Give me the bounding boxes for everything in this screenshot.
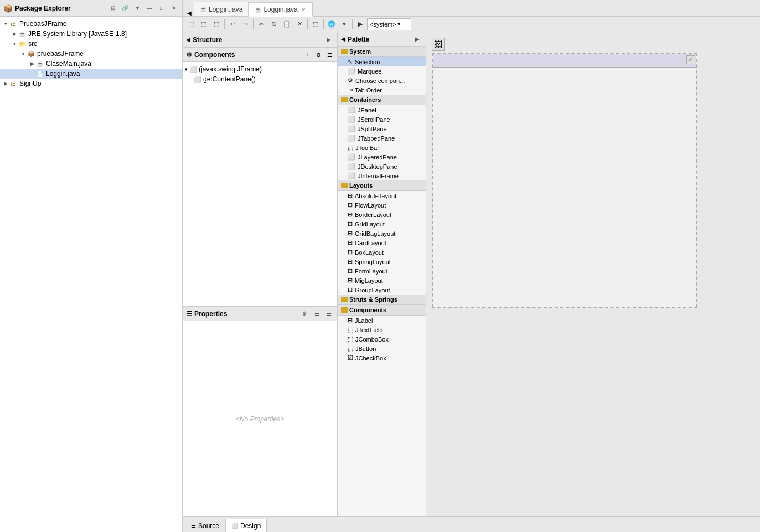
palette-cat-struts[interactable]: Struts & Springs <box>338 295 426 305</box>
tree-item-pruebasJFrame[interactable]: ▾ 🗂 PruebasJFrame <box>0 19 182 29</box>
structure-nav-right[interactable]: ▶ <box>324 35 334 45</box>
editor-tab-loggin2[interactable]: ☕ Loggin.java ✕ <box>249 2 312 17</box>
toolbar-btn-3[interactable]: ⬚ <box>210 18 223 30</box>
maximize-btn[interactable]: □ <box>157 3 167 13</box>
palette-label-jtabbedpane: JTabbedPane <box>358 135 395 142</box>
palette-item-jtoolbar[interactable]: ⬚ JToolBar <box>338 143 426 152</box>
palette-item-gridbag[interactable]: ⊞ GridBagLayout <box>338 229 426 238</box>
palette-item-jbutton[interactable]: ⬚ JButton <box>338 344 426 353</box>
palette-item-spring[interactable]: ⊞ SpringLayout <box>338 257 426 266</box>
properties-empty-text: <No Properties> <box>236 415 284 423</box>
palette-item-box[interactable]: ⊞ BoxLayout <box>338 247 426 257</box>
tree-item-package[interactable]: ▾ 📦 pruebasJFrame <box>0 49 182 59</box>
tree-item-signup[interactable]: ▶ 🗂 SignUp <box>0 79 182 89</box>
view-menu-btn[interactable]: ▾ <box>132 3 142 13</box>
canvas-resize-handle[interactable]: ⤢ <box>686 55 695 64</box>
properties-settings-btn[interactable]: ⚙ <box>299 309 309 319</box>
properties-btn2[interactable]: ☰ <box>312 309 322 319</box>
components-icon: ⚙ <box>186 51 192 59</box>
close-btn[interactable]: ✕ <box>169 3 179 13</box>
palette-item-jlabel[interactable]: ⊞ JLabel <box>338 316 426 325</box>
palette-cat-components[interactable]: Components <box>338 305 426 316</box>
palette-item-choose[interactable]: ⚙ Choose compon... <box>338 76 426 85</box>
palette-label-jscrollpane: JScrollPane <box>358 116 390 123</box>
struct-item-getContentPane[interactable]: ⬜ getContentPane() <box>185 74 335 84</box>
toolbar-btn-paste[interactable]: 📋 <box>281 18 293 30</box>
canvas-frame[interactable]: ⤢ <box>432 53 697 308</box>
toolbar-system-dropdown[interactable]: <system> ▾ <box>367 18 411 30</box>
palette-nav-left[interactable]: ◀ <box>341 36 345 42</box>
gridbag-icon: ⊞ <box>348 230 353 237</box>
toolbar-btn-1[interactable]: ⬚ <box>185 18 197 30</box>
package-explorer-tree: ▾ 🗂 PruebasJFrame ▶ ☕ JRE System Library… <box>0 17 182 532</box>
components-settings-btn[interactable]: ⚙ <box>314 50 323 59</box>
nav-arrow-left[interactable]: ◀ <box>185 10 194 16</box>
minimize-btn[interactable]: — <box>144 3 154 13</box>
package-icon-tree: 📦 <box>27 49 35 58</box>
tab-close-btn[interactable]: ✕ <box>300 6 307 13</box>
cat-label-struts: Struts & Springs <box>349 296 397 303</box>
palette-item-flow[interactable]: ⊞ FlowLayout <box>338 200 426 210</box>
toolbar-btn-run[interactable]: ▶ <box>354 18 366 30</box>
toolbar-btn-5[interactable]: ⬚ <box>309 18 322 30</box>
palette-cat-system[interactable]: System <box>338 47 426 57</box>
arrow-package: ▾ <box>20 50 27 57</box>
palette-item-border[interactable]: ⊞ BorderLayout <box>338 210 426 219</box>
palette-item-jtextfield[interactable]: ⬚ JTextField <box>338 325 426 334</box>
toolbar-redo[interactable]: ↪ <box>239 18 251 30</box>
collapse-all-btn[interactable]: ⊟ <box>108 3 118 13</box>
palette-item-absolute[interactable]: ⊞ Absolute layout <box>338 191 426 200</box>
palette-item-jcombobox[interactable]: ⬚ JComboBox <box>338 334 426 344</box>
toolbar-dropdown-arrow[interactable]: ▾ <box>338 18 350 30</box>
tab-source[interactable]: ☰ Source <box>185 519 225 532</box>
absolute-icon: ⊞ <box>348 192 353 199</box>
palette-item-mig[interactable]: ⊞ MigLayout <box>338 276 426 285</box>
palette-item-jscrollpane[interactable]: ⬜ JScrollPane <box>338 115 426 124</box>
tab-design[interactable]: ⬜ Design <box>225 519 267 532</box>
palette-item-jpanel[interactable]: ⬜ JPanel <box>338 105 426 115</box>
tree-item-src[interactable]: ▾ 📁 src <box>0 39 182 49</box>
components-expand-btn[interactable]: + <box>303 50 312 59</box>
canvas-area[interactable]: 🖼 ⤢ <box>426 32 760 516</box>
palette-item-jtabbedpane[interactable]: ⬜ JTabbedPane <box>338 133 426 143</box>
tree-item-jre[interactable]: ▶ ☕ JRE System Library [JavaSE-1.8] <box>0 29 182 39</box>
toolbar-undo[interactable]: ↩ <box>226 18 239 30</box>
link-editor-btn[interactable]: 🔗 <box>120 3 130 13</box>
tree-item-claseMain[interactable]: ▶ ☕ ClaseMain.java <box>0 59 182 69</box>
palette-item-selection[interactable]: ↖ Selection <box>338 57 426 66</box>
struct-item-jframe[interactable]: ▾ ⬜ (javax.swing.JFrame) <box>185 64 335 74</box>
tab-design-label: Design <box>240 522 261 530</box>
components-header: ⚙ Components + ⚙ ☰ <box>183 48 337 62</box>
palette-item-jlayeredpane[interactable]: ⬜ JLayeredPane <box>338 152 426 162</box>
editor-body: ◀ Structure ▶ ⚙ Components + ⚙ ☰ <box>183 32 760 516</box>
tree-item-loggin[interactable]: ▶ 📄 Loggin.java <box>0 69 182 79</box>
structure-nav-left[interactable]: ◀ <box>186 37 190 43</box>
components-menu-btn[interactable]: ☰ <box>325 50 334 59</box>
palette-item-grid[interactable]: ⊞ GridLayout <box>338 219 426 229</box>
palette-item-jsplitpane[interactable]: ⬜ JSplitPane <box>338 124 426 133</box>
palette-item-jdesktoppane[interactable]: ⬜ JDesktopPane <box>338 162 426 171</box>
palette-nav-right[interactable]: ▶ <box>412 34 422 44</box>
toolbar-btn-delete[interactable]: ✕ <box>293 18 306 30</box>
editor-tab-loggin1[interactable]: ☕ Loggin.java <box>194 2 249 16</box>
palette-item-group[interactable]: ⊞ GroupLayout <box>338 285 426 295</box>
palette-title: Palette <box>348 35 369 43</box>
palette-item-taborder[interactable]: ⇥ Tab Order <box>338 85 426 95</box>
toolbar-btn-copy[interactable]: ⧉ <box>268 18 280 30</box>
toolbar-btn-2[interactable]: ⬚ <box>198 18 210 30</box>
cat-icon-layouts <box>341 183 348 188</box>
java-icon-loggin: 📄 <box>35 69 44 78</box>
toolbar-btn-web[interactable]: 🌐 <box>325 18 338 30</box>
tree-label-pruebasJFrame: PruebasJFrame <box>19 20 66 28</box>
toolbar-btn-cut[interactable]: ✂ <box>255 18 267 30</box>
properties-btn3[interactable]: ☰ <box>324 309 334 319</box>
palette-cat-layouts[interactable]: Layouts <box>338 180 426 191</box>
palette-item-card[interactable]: ⊟ CardLayout <box>338 238 426 247</box>
sep1 <box>224 19 225 29</box>
palette-item-jcheckbox[interactable]: ☑ JCheckBox <box>338 353 426 363</box>
structure-title: Structure <box>193 36 222 44</box>
palette-cat-containers[interactable]: Containers <box>338 95 426 105</box>
palette-item-form[interactable]: ⊞ FormLayout <box>338 266 426 276</box>
palette-item-jinternalframe[interactable]: ⬜ JInternalFrame <box>338 171 426 180</box>
palette-item-marquee[interactable]: ⬜ Marquee <box>338 66 426 76</box>
